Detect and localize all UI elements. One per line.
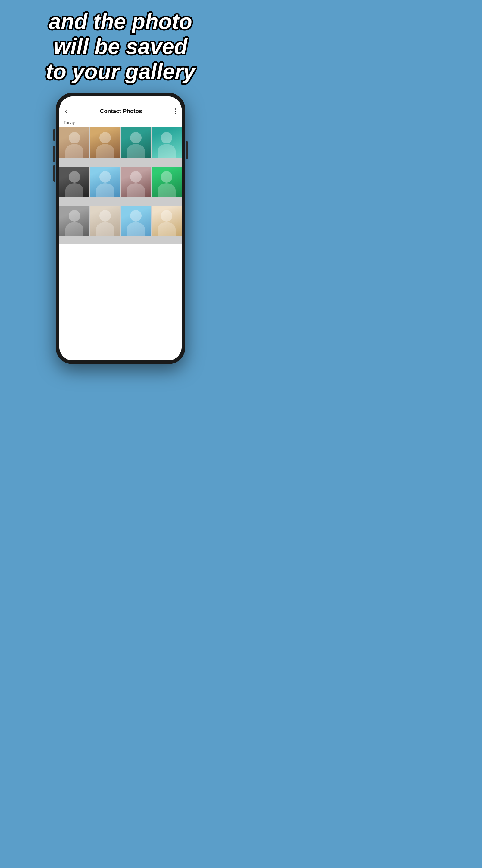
body-shape	[65, 183, 84, 197]
mute-button	[53, 129, 55, 141]
phone-outer: ‹ Contact Photos Today	[56, 93, 185, 364]
photo-cell-4[interactable]	[152, 127, 182, 158]
body-shape	[127, 222, 145, 236]
phone-mockup: ‹ Contact Photos Today	[0, 93, 241, 364]
headline-line3: to your gallery	[46, 59, 195, 84]
phone-screen: ‹ Contact Photos Today	[59, 96, 182, 361]
photo-cell-8[interactable]	[152, 167, 182, 197]
photo-cell-6[interactable]	[90, 167, 120, 197]
face-circle	[130, 210, 141, 221]
body-shape	[158, 183, 175, 197]
menu-dot	[175, 113, 176, 114]
headline-section: and the photo will be saved to your gall…	[0, 0, 241, 90]
photo-cell-7[interactable]	[121, 167, 151, 197]
body-shape	[96, 183, 114, 197]
face-circle	[161, 132, 172, 144]
body-shape	[158, 222, 175, 236]
photo-cell-1[interactable]	[59, 127, 90, 158]
face-circle	[99, 171, 111, 183]
menu-dot	[175, 111, 176, 112]
face-circle	[69, 132, 80, 144]
body-shape	[65, 144, 84, 158]
body-shape	[127, 144, 145, 158]
photo-grid	[59, 127, 182, 244]
body-shape	[65, 222, 84, 236]
body-shape	[158, 144, 175, 158]
photo-cell-10[interactable]	[90, 206, 120, 236]
back-button[interactable]: ‹	[65, 107, 67, 115]
status-bar	[59, 96, 182, 105]
menu-dot	[175, 108, 176, 110]
overflow-menu-button[interactable]	[175, 108, 176, 114]
photo-cell-11[interactable]	[121, 206, 151, 236]
headline-line2: will be saved	[54, 34, 187, 59]
body-shape	[96, 144, 114, 158]
volume-down-button	[53, 165, 55, 182]
app-header: ‹ Contact Photos	[59, 105, 182, 118]
face-circle	[99, 210, 111, 221]
face-circle	[99, 132, 111, 144]
section-today-label: Today	[59, 118, 182, 127]
face-circle	[130, 171, 141, 183]
face-circle	[161, 171, 172, 183]
headline-line1: and the photo	[49, 9, 192, 33]
photo-cell-5[interactable]	[59, 167, 90, 197]
page-title: Contact Photos	[100, 108, 142, 115]
power-button	[186, 141, 188, 159]
volume-up-button	[53, 146, 55, 162]
photo-cell-2[interactable]	[90, 127, 120, 158]
face-circle	[69, 210, 80, 221]
photo-cell-9[interactable]	[59, 206, 90, 236]
body-shape	[96, 222, 114, 236]
empty-bottom-area	[59, 244, 182, 361]
face-circle	[69, 171, 80, 183]
body-shape	[127, 183, 145, 197]
face-circle	[161, 210, 172, 221]
photo-cell-3[interactable]	[121, 127, 151, 158]
headline-text: and the photo will be saved to your gall…	[12, 9, 229, 84]
face-circle	[130, 132, 141, 144]
photo-cell-12[interactable]	[152, 206, 182, 236]
